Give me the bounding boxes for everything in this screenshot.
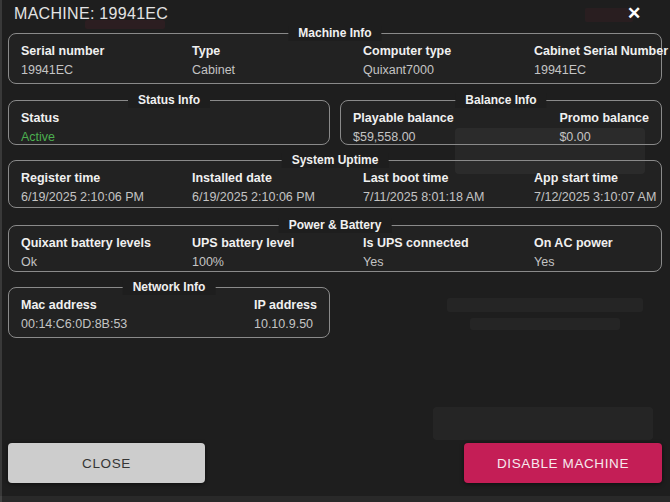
field-app-start-time: App start time 7/12/2025 3:10:07 AM xyxy=(534,171,649,205)
section-status-info: Status Info Status Active xyxy=(8,100,330,145)
field-value: 6/19/2025 2:10:06 PM xyxy=(192,190,363,205)
section-legend: Balance Info xyxy=(455,93,546,108)
section-balance-info: Balance Info Playable balance $59,558.00… xyxy=(340,100,662,145)
field-last-boot-time: Last boot time 7/11/2025 8:01:18 AM xyxy=(363,171,534,205)
field-label: Installed date xyxy=(192,171,363,186)
field-value: 19941EC xyxy=(534,63,649,78)
page-title: MACHINE: 19941EC xyxy=(14,5,168,23)
status-badge: Active xyxy=(21,130,59,145)
ghost-button xyxy=(433,407,653,440)
section-legend: Power & Battery xyxy=(279,218,392,233)
field-value: 6/19/2025 2:10:06 PM xyxy=(21,190,192,205)
field-type: Type Cabinet xyxy=(192,44,363,78)
field-label: Promo balance xyxy=(559,111,649,126)
close-icon[interactable]: ✕ xyxy=(622,2,646,26)
field-value: Ok xyxy=(21,255,192,270)
section-machine-info: Machine Info Serial number 19941EC Type … xyxy=(8,33,662,84)
field-is-ups-connected: Is UPS connected Yes xyxy=(363,236,534,270)
field-label: App start time xyxy=(534,171,649,186)
field-on-ac-power: On AC power Yes xyxy=(534,236,649,270)
field-value: Yes xyxy=(363,255,534,270)
field-ip-address: IP address 10.10.9.50 xyxy=(254,298,317,332)
close-button[interactable]: CLOSE xyxy=(8,443,205,483)
field-label: Is UPS connected xyxy=(363,236,534,251)
field-cabinet-serial-number: Cabinet Serial Number 19941EC xyxy=(534,44,649,78)
field-label: Last boot time xyxy=(363,171,534,186)
field-value: Cabinet xyxy=(192,63,363,78)
disable-machine-button[interactable]: DISABLE MACHINE xyxy=(464,443,662,483)
field-value: 10.10.9.50 xyxy=(254,317,317,332)
field-label: IP address xyxy=(254,298,317,313)
field-serial-number: Serial number 19941EC xyxy=(21,44,192,78)
field-value: 7/11/2025 8:01:18 AM xyxy=(363,190,534,205)
section-legend: Status Info xyxy=(128,93,210,108)
field-promo-balance: Promo balance $0.00 xyxy=(559,111,649,145)
field-value: 00:14:C6:0D:8B:53 xyxy=(21,317,127,332)
ghost-text-line xyxy=(447,298,643,312)
field-label: Mac address xyxy=(21,298,127,313)
field-label: On AC power xyxy=(534,236,649,251)
field-value: 19941EC xyxy=(21,63,192,78)
field-label: Type xyxy=(192,44,363,59)
field-value: $0.00 xyxy=(559,130,649,145)
field-label: UPS battery level xyxy=(192,236,363,251)
field-ups-battery-level: UPS battery level 100% xyxy=(192,236,363,270)
section-network-info: Network Info Mac address 00:14:C6:0D:8B:… xyxy=(8,287,330,338)
field-label: Serial number xyxy=(21,44,192,59)
field-value: 7/12/2025 3:10:07 AM xyxy=(534,190,649,205)
field-label: Computer type xyxy=(363,44,534,59)
field-label: Register time xyxy=(21,171,192,186)
section-legend: Network Info xyxy=(123,280,216,295)
field-quixant-battery-levels: Quixant battery levels Ok xyxy=(21,236,192,270)
field-value: $59,558.00 xyxy=(353,130,454,145)
field-status: Status Active xyxy=(21,111,59,145)
ghost-text-line xyxy=(470,318,620,330)
section-legend: Machine Info xyxy=(288,26,381,41)
field-label: Status xyxy=(21,111,59,126)
field-mac-address: Mac address 00:14:C6:0D:8B:53 xyxy=(21,298,127,332)
machine-details-modal: MACHINE: 19941EC ✕ Machine Info Serial n… xyxy=(0,0,670,502)
section-legend: System Uptime xyxy=(282,153,389,168)
field-value: Yes xyxy=(534,255,649,270)
field-label: Cabinet Serial Number xyxy=(534,44,649,59)
field-value: 100% xyxy=(192,255,363,270)
field-installed-date: Installed date 6/19/2025 2:10:06 PM xyxy=(192,171,363,205)
field-computer-type: Computer type Quixant7000 xyxy=(363,44,534,78)
section-power-battery: Power & Battery Quixant battery levels O… xyxy=(8,225,662,272)
ghost-bottom-band xyxy=(0,496,670,502)
ghost-left-edge xyxy=(0,0,2,502)
field-label: Quixant battery levels xyxy=(21,236,192,251)
section-system-uptime: System Uptime Register time 6/19/2025 2:… xyxy=(8,160,662,208)
field-playable-balance: Playable balance $59,558.00 xyxy=(353,111,454,145)
field-register-time: Register time 6/19/2025 2:10:06 PM xyxy=(21,171,192,205)
field-value: Quixant7000 xyxy=(363,63,534,78)
field-label: Playable balance xyxy=(353,111,454,126)
